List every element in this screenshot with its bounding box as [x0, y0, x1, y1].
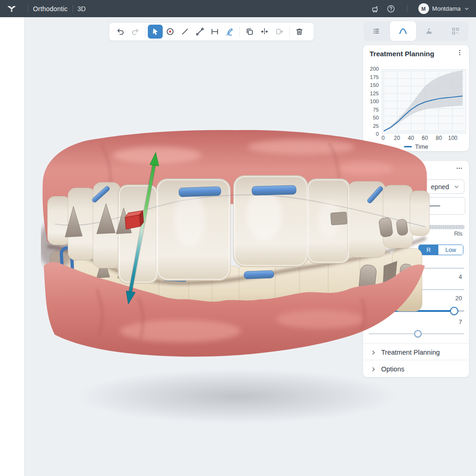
chart-plot: [382, 69, 466, 133]
line-tool-button[interactable]: [178, 25, 192, 39]
tooth-gloss: [174, 192, 205, 247]
panel-menu-button[interactable]: [456, 49, 463, 56]
chevron-down-icon: [464, 6, 469, 12]
mirror-tool-button[interactable]: [257, 25, 272, 39]
chart-xtick: 100: [448, 135, 457, 141]
tab-qr-grid[interactable]: [443, 21, 469, 41]
panel-title: Treatment Planning: [370, 50, 434, 58]
slider-value-2: 20: [456, 295, 462, 302]
attachment-blue: [179, 186, 221, 197]
attachment-blue: [244, 271, 274, 279]
user-name: Montdama: [432, 5, 461, 12]
chart-xtick: 80: [436, 135, 442, 141]
topbar-divider: [73, 5, 73, 13]
slider-unit-label: Rls: [454, 231, 463, 237]
chart-ytick: 50: [373, 115, 379, 120]
annotate-pen-tool-button[interactable]: [222, 25, 237, 39]
chart-ytick: 200: [370, 66, 379, 72]
undo-button[interactable]: [113, 25, 128, 39]
scanner-icon[interactable]: [370, 4, 380, 13]
gum-highlight: [338, 162, 394, 175]
gum-highlight: [276, 310, 364, 329]
user-menu[interactable]: M Montdama: [418, 3, 469, 14]
model-ground-shadow: [79, 370, 395, 423]
delete-button[interactable]: [292, 25, 307, 39]
point-tool-button[interactable]: [163, 25, 178, 39]
attachment-gray: [378, 217, 393, 237]
segment-low-button[interactable]: Low: [438, 245, 463, 255]
tab-curve[interactable]: [390, 21, 416, 41]
chart-ytick: 175: [370, 74, 379, 80]
slider-value-3: 7: [459, 318, 462, 325]
chart-band: [383, 70, 463, 131]
pointer-tool-button[interactable]: [148, 25, 163, 39]
panel-menu-button[interactable]: [455, 165, 463, 172]
edit-toolbar: [109, 22, 314, 41]
3d-model-viewport[interactable]: [41, 126, 431, 359]
section-label: Options: [381, 365, 404, 373]
distance-tool-button[interactable]: [207, 25, 222, 39]
tab-image[interactable]: [416, 21, 443, 41]
attachment-gray: [331, 212, 347, 225]
left-toolbar: [0, 17, 25, 476]
view-label: 3D: [78, 5, 86, 13]
topbar-divider: [407, 5, 407, 13]
gum-highlight: [248, 139, 355, 154]
chart-ytick: 125: [370, 91, 379, 96]
redo-button[interactable]: [128, 25, 143, 39]
tab-list[interactable]: [364, 21, 390, 41]
app-title: Orthodontic: [33, 5, 68, 13]
topbar-divider: [28, 5, 28, 13]
section-options[interactable]: Options: [363, 360, 469, 378]
dropdown-value: epned: [431, 183, 449, 191]
chart-ytick: 100: [370, 99, 379, 104]
chart-ytick: 75: [373, 107, 379, 112]
slider-handle-3[interactable]: [450, 307, 458, 315]
right-panel-tabs: [364, 21, 469, 41]
topbar: Orthodontic 3D M Montdama: [0, 0, 476, 17]
toolbar-divider: [145, 26, 145, 37]
slider-value-1: 4: [459, 273, 462, 280]
polyline-tool-button[interactable]: [192, 25, 207, 39]
attachment-blue: [252, 185, 296, 195]
toolbar-divider: [289, 26, 290, 37]
export-button[interactable]: [272, 25, 287, 39]
help-icon[interactable]: [386, 4, 396, 13]
avatar: M: [418, 3, 429, 14]
tooth-gloss: [246, 189, 282, 240]
app-logo-icon: [0, 3, 23, 14]
chart-ytick: 150: [370, 82, 379, 88]
chevron-down-icon: [453, 184, 460, 190]
gum-highlight: [120, 320, 241, 342]
toolbar-divider: [239, 26, 240, 37]
chevron-right-icon: [370, 366, 377, 372]
duplicate-button[interactable]: [242, 25, 257, 39]
app-window: Orthodontic 3D M Montdama: [0, 0, 476, 476]
